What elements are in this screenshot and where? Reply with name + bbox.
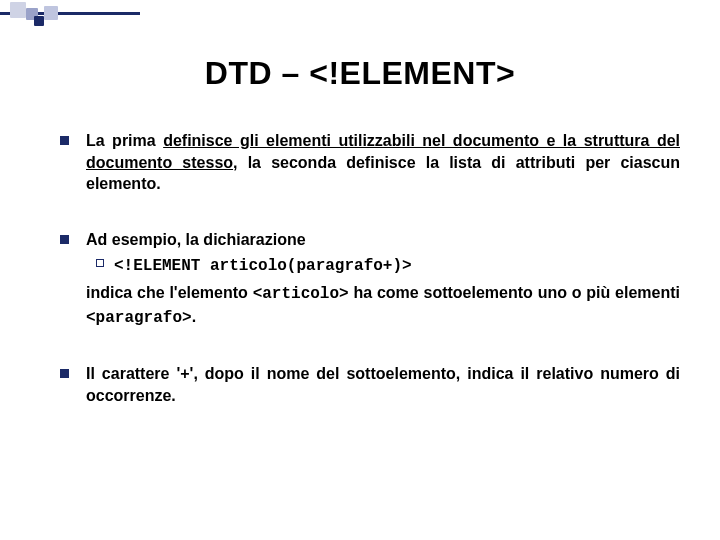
corner-decoration	[0, 2, 140, 36]
bullet-1: La prima definisce gli elementi utilizza…	[60, 130, 680, 195]
slide: DTD – <!ELEMENT> La prima definisce gli …	[0, 0, 720, 540]
text: Il carattere '+', dopo il nome del sotto…	[86, 365, 680, 404]
text: La prima	[86, 132, 163, 149]
slide-title: DTD – <!ELEMENT>	[0, 55, 720, 92]
code-inline: <articolo>	[253, 285, 349, 303]
code-declaration: <!ELEMENT articolo(paragrafo+)>	[114, 257, 412, 275]
code-inline: <paragrafo>	[86, 309, 192, 327]
bullet-3: Il carattere '+', dopo il nome del sotto…	[60, 363, 680, 406]
sub-bullet: <!ELEMENT articolo(paragrafo+)>	[86, 254, 680, 278]
text: indica che l'elemento <articolo> ha come…	[86, 284, 680, 325]
text: .	[192, 308, 196, 325]
text: Ad esempio, la dichiarazione	[86, 231, 306, 248]
text: ha come sottoelemento uno o più elementi	[349, 284, 680, 301]
text: indica che l'elemento	[86, 284, 253, 301]
bullet-2: Ad esempio, la dichiarazione <!ELEMENT a…	[60, 229, 680, 329]
slide-body: La prima definisce gli elementi utilizza…	[60, 130, 680, 440]
